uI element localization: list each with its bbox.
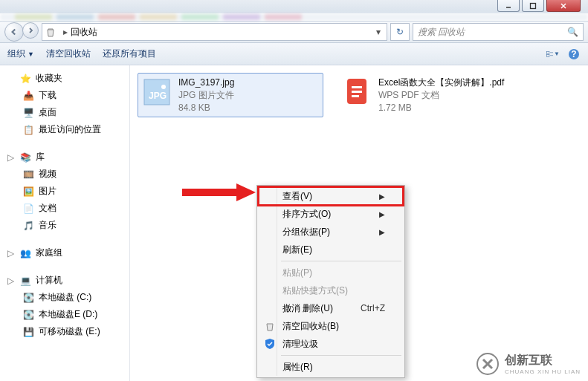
window-titlebar <box>0 0 588 13</box>
menu-item-refresh[interactable]: 刷新(E) <box>259 241 403 258</box>
context-menu: 查看(V)▶ 排序方式(O)▶ 分组依据(P)▶ 刷新(E) 粘贴(P) 粘贴快… <box>256 185 405 378</box>
view-options-button[interactable]: ▼ <box>546 48 560 61</box>
sidebar-homegroup-head[interactable]: ▷👥家庭组 <box>0 244 129 261</box>
organize-button[interactable]: 组织 ▼ <box>7 48 34 60</box>
svg-rect-16 <box>352 95 359 97</box>
video-icon: 🎞️ <box>22 169 34 180</box>
recent-icon: 📋 <box>22 124 34 136</box>
file-item[interactable]: Excel函数大全【实例讲解】.pdf WPS PDF 文档 1.72 MB <box>338 73 524 117</box>
sidebar-item-recent[interactable]: 📋最近访问的位置 <box>0 121 129 138</box>
sidebar-item-pictures[interactable]: 🖼️图片 <box>0 183 129 200</box>
sidebar-item-drive-c[interactable]: 💽本地磁盘 (C:) <box>0 289 129 306</box>
homegroup-icon: 👥 <box>19 247 31 259</box>
sidebar-item-music[interactable]: 🎵音乐 <box>0 217 129 234</box>
menu-item-view[interactable]: 查看(V)▶ <box>259 187 403 205</box>
drive-icon: 💽 <box>22 309 34 321</box>
removable-drive-icon: 💾 <box>22 326 34 338</box>
file-item[interactable]: JPG IMG_3197.jpg JPG 图片文件 84.8 KB <box>138 73 323 117</box>
sidebar-item-videos[interactable]: 🎞️视频 <box>0 166 129 183</box>
watermark-logo-icon <box>476 353 499 375</box>
restore-all-button[interactable]: 还原所有项目 <box>103 48 156 60</box>
computer-icon: 💻 <box>19 275 31 287</box>
address-bar-row: ▸ 回收站 ▾ ↻ 搜索 回收站 🔍 <box>0 21 588 43</box>
sidebar-libraries-head[interactable]: ▷📚库 <box>0 149 129 166</box>
forward-button[interactable] <box>22 22 39 39</box>
file-type: WPS PDF 文档 <box>378 89 504 102</box>
recycle-bin-icon <box>44 25 57 39</box>
empty-recycle-button[interactable]: 清空回收站 <box>46 48 91 60</box>
toolbar: 组织 ▼ 清空回收站 还原所有项目 ▼ ? <box>0 43 588 65</box>
file-type: JPG 图片文件 <box>178 89 234 102</box>
shield-icon <box>263 337 277 351</box>
submenu-arrow-icon: ▶ <box>379 228 385 236</box>
menu-item-properties[interactable]: 属性(R) <box>259 358 403 376</box>
library-icon: 📚 <box>19 152 31 163</box>
close-button[interactable] <box>546 0 581 12</box>
music-icon: 🎵 <box>22 220 34 232</box>
document-icon: 📄 <box>22 203 34 215</box>
search-icon: 🔍 <box>567 27 578 37</box>
sidebar-item-downloads[interactable]: 📥下载 <box>0 87 129 104</box>
search-placeholder: 搜索 回收站 <box>418 26 465 39</box>
menu-item-clean-junk[interactable]: 清理垃圾 <box>259 335 403 353</box>
menu-item-empty-recycle[interactable]: 清空回收站(B) <box>259 317 403 335</box>
menu-item-group[interactable]: 分组依据(P)▶ <box>259 223 403 241</box>
sidebar-item-drive-d[interactable]: 💽本地磁盘E (D:) <box>0 306 129 323</box>
sidebar-item-drive-e[interactable]: 💾可移动磁盘 (E:) <box>0 323 129 340</box>
file-name: IMG_3197.jpg <box>178 76 234 89</box>
file-size: 1.72 MB <box>378 102 504 114</box>
svg-rect-5 <box>547 54 549 56</box>
breadcrumb-location[interactable]: 回收站 <box>71 26 97 39</box>
menu-separator <box>281 261 401 261</box>
picture-icon: 🖼️ <box>22 186 34 198</box>
menu-shortcut: Ctrl+Z <box>361 303 385 313</box>
svg-text:?: ? <box>571 49 576 59</box>
jpg-thumbnail-icon: JPG <box>141 76 172 108</box>
watermark-brand: 创新互联 <box>505 353 581 368</box>
svg-rect-1 <box>531 3 536 8</box>
file-name: Excel函数大全【实例讲解】.pdf <box>378 76 504 89</box>
back-button[interactable] <box>4 22 24 42</box>
menu-item-sort[interactable]: 排序方式(O)▶ <box>259 205 403 223</box>
svg-point-12 <box>161 85 166 89</box>
menu-item-paste: 粘贴(P) <box>259 264 403 281</box>
submenu-arrow-icon: ▶ <box>379 192 385 201</box>
menu-separator <box>281 355 401 356</box>
drive-icon: 💽 <box>22 292 34 304</box>
watermark: 创新互联 CHUANG XIN HU LIAN <box>476 353 581 375</box>
sidebar-item-desktop[interactable]: 🖥️桌面 <box>0 104 129 121</box>
menu-item-paste-shortcut: 粘贴快捷方式(S) <box>259 281 403 299</box>
submenu-arrow-icon: ▶ <box>379 210 385 218</box>
search-input[interactable]: 搜索 回收站 🔍 <box>413 23 584 41</box>
sidebar-computer-head[interactable]: ▷💻计算机 <box>0 272 129 289</box>
svg-rect-15 <box>352 91 362 93</box>
minimize-button[interactable] <box>497 0 520 12</box>
file-size: 84.8 KB <box>178 102 234 114</box>
svg-rect-4 <box>547 51 549 53</box>
sidebar-item-documents[interactable]: 📄文档 <box>0 200 129 217</box>
breadcrumb-dropdown[interactable]: ▾ <box>372 27 385 37</box>
maximize-button[interactable] <box>522 0 544 12</box>
breadcrumb[interactable]: ▸ 回收站 ▾ <box>42 23 387 41</box>
svg-rect-14 <box>352 86 362 88</box>
refresh-button[interactable]: ↻ <box>390 23 410 41</box>
pdf-thumbnail-icon <box>341 76 372 107</box>
watermark-sub: CHUANG XIN HU LIAN <box>505 368 581 375</box>
star-icon: ⭐ <box>19 73 31 85</box>
recycle-icon <box>263 319 277 333</box>
desktop-icon: 🖥️ <box>22 107 34 119</box>
menu-item-undo-delete[interactable]: 撤消 删除(U)Ctrl+Z <box>259 299 403 317</box>
svg-text:JPG: JPG <box>149 91 167 101</box>
breadcrumb-separator: ▸ <box>60 27 71 37</box>
help-button[interactable]: ? <box>567 48 581 61</box>
sidebar: ⭐收藏夹 📥下载 🖥️桌面 📋最近访问的位置 ▷📚库 🎞️视频 🖼️图片 📄文档… <box>0 65 130 381</box>
background-tabs <box>0 13 588 21</box>
sidebar-favorites-head[interactable]: ⭐收藏夹 <box>0 70 129 87</box>
download-icon: 📥 <box>22 90 34 102</box>
